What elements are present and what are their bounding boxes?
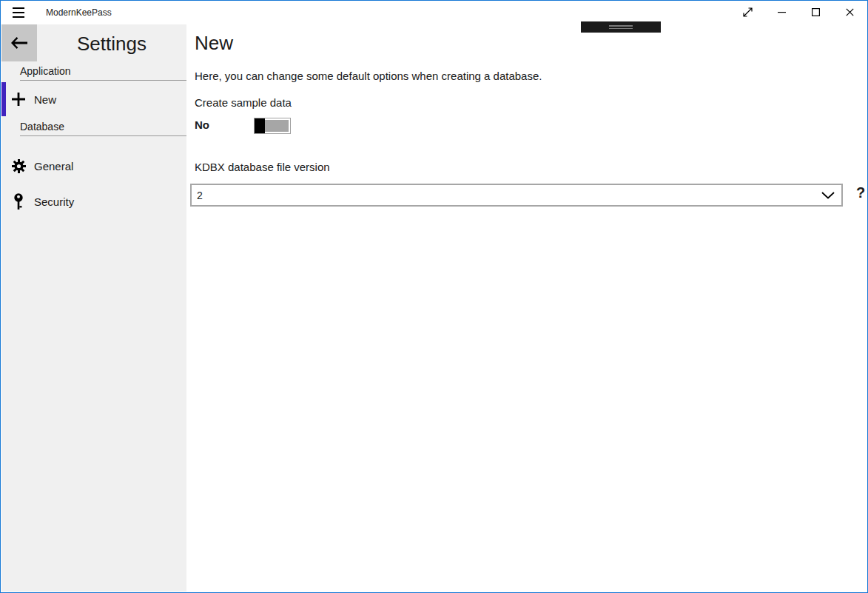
caption-buttons	[730, 1, 867, 24]
fullscreen-button[interactable]	[730, 1, 764, 24]
toggle-state-text: No	[195, 118, 209, 131]
create-sample-data-toggle[interactable]	[255, 118, 290, 133]
sidebar-item-label: General	[34, 160, 73, 172]
hamburger-icon	[13, 7, 24, 18]
sidebar-item-label: Security	[34, 195, 74, 208]
x-icon	[846, 8, 854, 16]
square-icon	[812, 8, 820, 16]
sidebar-item-new[interactable]: New	[1, 82, 186, 116]
section-header-database: Database	[20, 121, 186, 136]
content-area: Settings Application New Database	[1, 24, 867, 592]
dropdown-selected-value: 2	[197, 190, 821, 201]
key-icon	[11, 193, 26, 210]
kdbx-version-label: KDBX database file version	[195, 161, 330, 173]
window-drag-handle[interactable]	[581, 21, 661, 33]
maximize-button[interactable]	[798, 1, 832, 24]
sidebar-item-label: New	[34, 93, 56, 106]
plus-icon	[11, 93, 26, 106]
page-description: Here, you can change some default option…	[195, 70, 542, 82]
sidebar-item-security[interactable]: Security	[1, 184, 186, 218]
chevron-down-icon	[821, 192, 835, 199]
gear-icon	[11, 159, 26, 173]
sidebar-item-general[interactable]: General	[1, 149, 186, 183]
diagonal-resize-arrows-icon	[743, 7, 753, 17]
app-window: ModernKeePass	[0, 0, 868, 593]
kdbx-version-dropdown[interactable]: 2	[190, 184, 843, 207]
section-header-application: Application	[20, 65, 186, 81]
hamburger-menu-button[interactable]	[1, 1, 36, 24]
back-button[interactable]	[1, 24, 37, 61]
kdbx-version-help-button[interactable]: ?	[852, 184, 868, 205]
sidebar-title: Settings	[37, 33, 186, 56]
minimize-button[interactable]	[764, 1, 798, 24]
toggle-thumb	[255, 118, 265, 133]
page-title: New	[195, 32, 233, 55]
close-button[interactable]	[832, 1, 867, 24]
settings-sidebar: Settings Application New Database	[1, 24, 186, 592]
settings-page-new: New Here, you can change some default op…	[186, 24, 867, 592]
back-arrow-icon	[11, 37, 27, 49]
titlebar: ModernKeePass	[1, 1, 867, 24]
dash-icon	[778, 12, 786, 13]
create-sample-data-label: Create sample data	[195, 96, 292, 109]
app-title: ModernKeePass	[46, 7, 112, 18]
